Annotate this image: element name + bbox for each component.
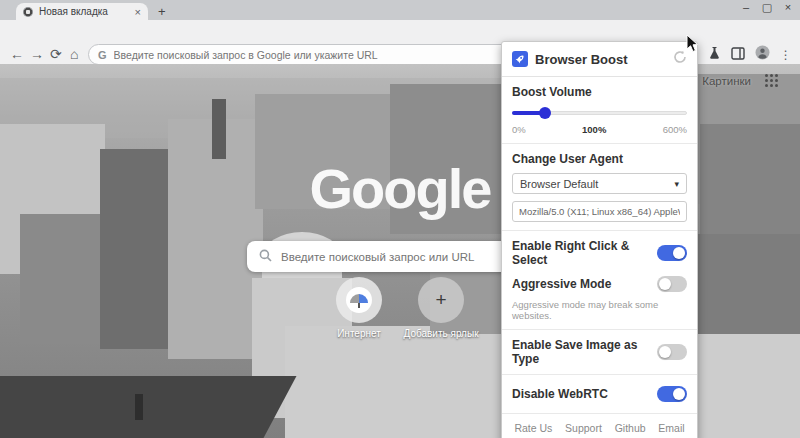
new-tab-button[interactable]: + [158, 4, 166, 19]
shortcut-label: Добавить ярлык [404, 328, 479, 339]
forward-icon[interactable]: → [30, 46, 44, 62]
reload-icon[interactable]: ⟳ [50, 46, 62, 62]
aggressive-mode-toggle[interactable] [657, 276, 687, 292]
search-icon [259, 248, 272, 266]
tab-strip: Новая вкладка × + – ▢ × [0, 0, 800, 20]
aggressive-mode-hint: Aggressive mode may break some websites. [512, 299, 687, 321]
home-icon[interactable]: ⌂ [70, 46, 78, 62]
right-click-toggle-label: Enable Right Click & Select [512, 239, 657, 267]
boost-volume-thumb[interactable] [539, 107, 551, 119]
browser-tab[interactable]: Новая вкладка × [16, 3, 148, 20]
aggressive-mode-toggle-label: Aggressive Mode [512, 277, 611, 291]
refresh-icon[interactable] [673, 50, 687, 68]
toggles-section-1: Enable Right Click & Select Aggressive M… [502, 231, 697, 330]
labs-flask-icon[interactable] [708, 46, 721, 64]
rocket-icon [512, 51, 528, 67]
toggles-section-2: Enable Save Image as Type [502, 330, 697, 375]
browser-boost-popup: Browser Boost Boost Volume 0% 100% 600% … [501, 41, 698, 438]
shortcut-internet[interactable]: Интернет [327, 277, 391, 339]
plus-icon: + [435, 289, 446, 311]
disable-webrtc-toggle-label: Disable WebRTC [512, 387, 608, 401]
email-link[interactable]: Email [658, 422, 684, 434]
rate-us-link[interactable]: Rate Us [514, 422, 552, 434]
user-agent-selected: Browser Default [520, 178, 598, 190]
popup-title: Browser Boost [535, 52, 666, 67]
user-agent-section: Change User Agent Browser Default ▾ [502, 144, 697, 231]
toggles-section-3: Disable WebRTC [502, 375, 697, 414]
tab-close-icon[interactable]: × [135, 7, 141, 17]
chevron-down-icon: ▾ [674, 179, 679, 189]
google-apps-grid-icon[interactable] [765, 74, 778, 87]
browser-menu-icon[interactable]: ⋮ [780, 48, 792, 62]
scale-min: 0% [512, 124, 526, 135]
right-click-toggle[interactable] [657, 245, 687, 261]
side-panel-icon[interactable] [731, 46, 745, 64]
user-agent-select[interactable]: Browser Default ▾ [512, 173, 687, 194]
disable-webrtc-toggle[interactable] [657, 386, 687, 402]
window-close-button[interactable]: × [782, 1, 794, 14]
boost-volume-section: Boost Volume 0% 100% 600% [502, 77, 697, 144]
speedometer-icon [346, 287, 372, 313]
boost-volume-label: Boost Volume [512, 85, 687, 99]
tab-title: Новая вкладка [39, 6, 129, 17]
window-maximize-button[interactable]: ▢ [761, 1, 773, 14]
save-image-toggle[interactable] [657, 344, 687, 360]
window-minimize-button[interactable]: – [740, 1, 752, 14]
boost-volume-slider[interactable] [512, 107, 687, 119]
images-link[interactable]: Картинки [702, 75, 751, 87]
mouse-cursor [686, 34, 699, 57]
github-link[interactable]: Github [615, 422, 646, 434]
save-image-toggle-label: Enable Save Image as Type [512, 338, 657, 366]
tab-favicon-icon [23, 7, 33, 17]
scale-max: 600% [663, 124, 687, 135]
profile-avatar-icon[interactable] [755, 45, 770, 64]
user-agent-input[interactable] [512, 201, 687, 222]
back-icon[interactable]: ← [10, 46, 24, 62]
scale-mid: 100% [582, 124, 606, 135]
google-g-icon: G [98, 49, 107, 61]
support-link[interactable]: Support [565, 422, 602, 434]
user-agent-label: Change User Agent [512, 152, 687, 166]
shortcut-label: Интернет [337, 328, 381, 339]
add-shortcut-button[interactable]: + Добавить ярлык [409, 277, 473, 339]
